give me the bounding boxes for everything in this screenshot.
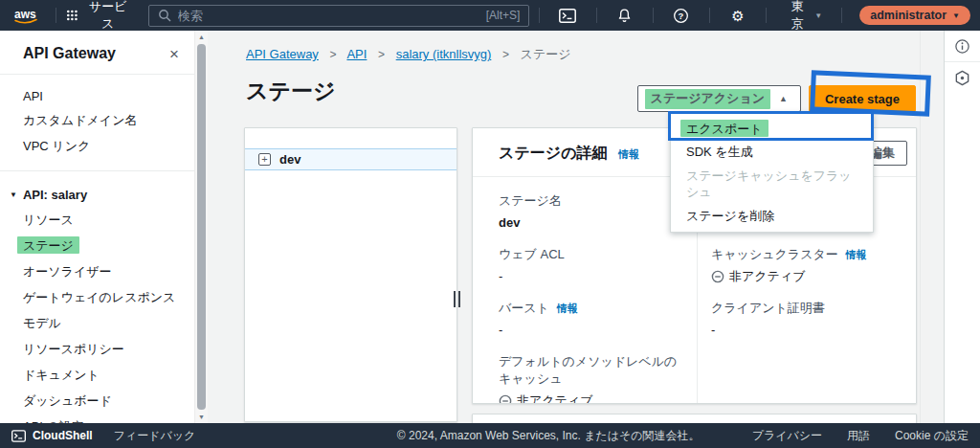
search-shortcut: [Alt+S] [486,9,521,22]
highlight-annotation: ステージ [17,236,79,254]
region-selector[interactable]: 東京 ▼ [786,0,822,33]
hexagon-panel-icon[interactable] [945,62,980,94]
sidebar-item-vpc-link[interactable]: VPC リンク [0,133,194,159]
scroll-down-icon[interactable]: ▼ [195,414,208,420]
services-menu-button[interactable]: サービス [66,0,131,33]
menu-item-export[interactable]: エクスポート [671,116,873,140]
highlight-annotation: ステージアクション [645,89,770,109]
highlight-annotation: エクスポート [680,120,768,137]
help-icon[interactable]: ? [663,0,700,31]
breadcrumb-api[interactable]: API [346,47,367,61]
menu-item-delete-stage[interactable]: ステージを削除 [671,204,873,228]
page-actions: ステージアクション ▲ Create stage [637,85,916,112]
chevron-down-icon: ▼ [952,11,960,20]
notifications-bell-icon[interactable] [606,0,642,31]
chevron-down-icon: ▼ [814,11,822,20]
cloudshell-terminal-icon [11,430,26,442]
field-default-method-cache: デフォルトのメソッドレベルのキャッシュ 非アクティブ [499,353,678,404]
stages-tree-panel: + dev [244,127,457,422]
svg-text:?: ? [679,10,684,20]
divider [0,170,194,171]
services-grid-icon [66,9,78,22]
account-menu[interactable]: administrator ▼ [859,6,970,25]
stage-name: dev [279,152,301,167]
sidebar: API Gateway × API カスタムドメイン名 VPC リンク ▼ AP… [0,31,194,423]
account-name: administrator [870,9,947,22]
scrollbar-thumb[interactable] [197,44,206,410]
stage-details-title: ステージの詳細 [499,145,608,161]
sidebar-item-authorizers[interactable]: オーソライザー [0,258,194,284]
inactive-icon [499,394,512,405]
sidebar-item-resource-policy[interactable]: リソースポリシー [0,336,194,362]
sidebar-section-label: API: salary [23,188,87,202]
panel-resize-handle[interactable] [454,291,460,307]
scroll-up-icon[interactable]: ▲ [195,34,208,40]
field-burst: バースト情報 - [499,300,678,338]
region-label: 東京 [786,0,809,33]
sidebar-section-api-salary[interactable]: ▼ API: salary [0,179,194,207]
nav-divider [596,8,597,23]
info-panel-icon[interactable] [945,31,980,62]
menu-item-flush-stage-cache: ステージキャッシュをフラッシュ [671,164,873,204]
sidebar-item-custom-domain[interactable]: カスタムドメイン名 [0,107,194,133]
breadcrumb-separator: > [330,48,337,61]
breadcrumb-current: ステージ [521,47,571,61]
cookie-settings-link[interactable]: Cookie の設定 [895,428,969,444]
page-title: ステージ [246,77,336,106]
right-tools-rail [944,31,980,423]
privacy-link[interactable]: プライバシー [752,428,822,444]
nav-divider [841,8,842,23]
nav-divider [539,8,540,23]
breadcrumb-api-gateway[interactable]: API Gateway [246,47,319,61]
nav-divider [709,8,710,23]
sidebar-scrollbar[interactable]: ▲ ▼ [194,31,208,423]
sidebar-item-dashboard[interactable]: ダッシュボード [0,388,194,414]
sidebar-item-api[interactable]: API [0,84,194,107]
stage-actions-menu: エクスポート SDK を生成 ステージキャッシュをフラッシュ ステージを削除 [670,112,874,233]
sidebar-item-models[interactable]: モデル [0,310,194,336]
sidebar-nav: API カスタムドメイン名 VPC リンク ▼ API: salary リソース… [0,75,194,423]
info-link[interactable]: 情報 [557,302,578,314]
sidebar-item-stages[interactable]: ステージ [0,233,194,258]
global-search[interactable]: [Alt+S] [148,5,529,27]
search-input[interactable] [178,9,479,23]
field-web-acl: ウェブ ACL - [499,246,678,284]
menu-item-generate-sdk[interactable]: SDK を生成 [671,140,873,164]
cloudshell-icon[interactable] [549,0,586,31]
sidebar-item-api-settings[interactable]: API の設定 [0,414,194,423]
svg-text:aws: aws [14,8,36,21]
top-navigation: aws サービス [0,0,980,31]
sidebar-item-documentation[interactable]: ドキュメント [0,362,194,388]
inactive-icon [711,270,724,283]
nav-divider [56,8,56,23]
expand-plus-icon[interactable]: + [258,153,271,166]
info-link[interactable]: 情報 [846,249,867,260]
breadcrumb: API Gateway > API > salary (itknllsvyg) … [246,46,571,63]
stage-tree-item-dev[interactable]: + dev [245,148,457,170]
cloudshell-button[interactable]: CloudShell [11,429,93,442]
create-stage-button[interactable]: Create stage [809,85,916,112]
terms-link[interactable]: 用語 [847,428,870,444]
caret-up-icon: ▲ [779,94,788,103]
sidebar-item-gateway-responses[interactable]: ゲートウェイのレスポンス [0,284,194,310]
sidebar-item-resources[interactable]: リソース [0,207,194,233]
services-label: サービス [85,0,131,33]
breadcrumb-separator: > [502,48,509,61]
field-stage-name: ステージ名 dev [499,192,678,231]
copyright-text: © 2024, Amazon Web Services, Inc. またはその関… [397,428,701,444]
breadcrumb-separator: > [378,48,385,61]
nav-divider [766,8,767,23]
stage-actions-button[interactable]: ステージアクション ▲ [637,85,801,112]
close-icon[interactable]: × [169,46,179,62]
aws-logo[interactable]: aws [11,7,40,25]
field-cache-cluster: キャッシュクラスター情報 非アクティブ [711,246,897,284]
chevron-down-icon: ▼ [10,190,17,199]
settings-gear-icon[interactable]: ⚙ [720,0,756,31]
sidebar-title: API Gateway [23,45,116,62]
info-link[interactable]: 情報 [618,148,639,160]
breadcrumb-salary[interactable]: salary (itknllsvyg) [396,47,492,61]
aws-logo-icon: aws [11,7,40,25]
main-scrollbar-gutter[interactable] [920,31,944,423]
main-content: API Gateway > API > salary (itknllsvyg) … [208,31,920,423]
feedback-button[interactable]: フィードバック [114,428,196,444]
